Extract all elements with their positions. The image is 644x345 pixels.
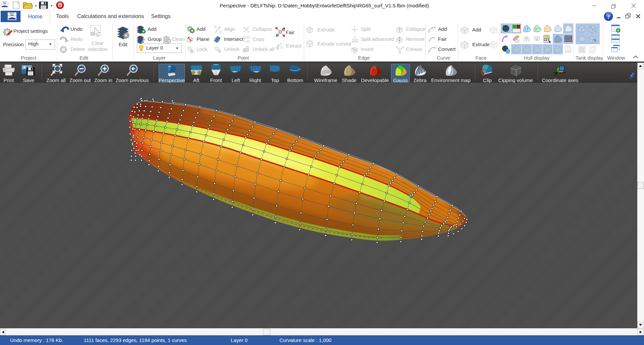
svg-text:SHIP: SHIP (10, 14, 14, 16)
svg-text:?: ? (607, 14, 610, 20)
svg-text:8: 8 (168, 40, 170, 43)
